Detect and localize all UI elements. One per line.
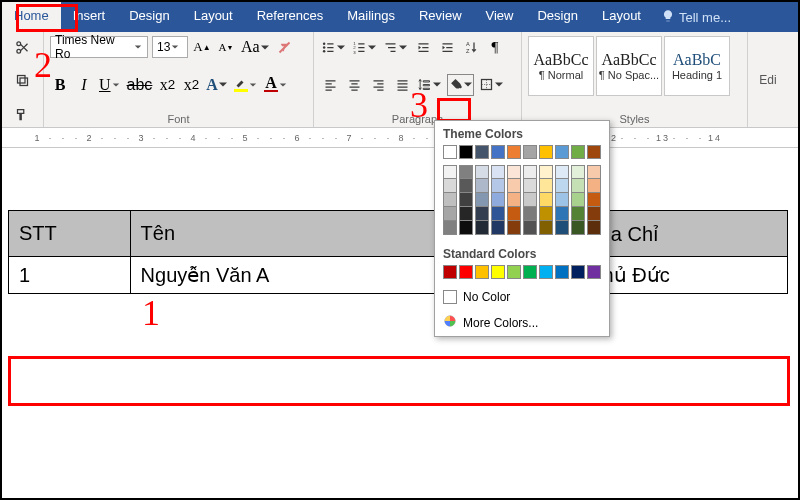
tab-design[interactable]: Design [117,2,181,32]
ruler[interactable]: 1···2···3···4···5···6···7···8···9···10··… [2,128,798,148]
color-swatch[interactable] [459,145,473,159]
align-left-button[interactable] [320,74,340,96]
table-cell[interactable]: 1 [9,257,131,294]
color-swatch[interactable] [555,193,569,207]
borders-button[interactable] [478,74,505,96]
color-swatch[interactable] [443,193,457,207]
tab-view[interactable]: View [474,2,526,32]
table-row[interactable]: 1 Nguyễn Văn A 11B1 Thủ Đức [9,257,788,294]
color-swatch[interactable] [555,221,569,235]
tab-references[interactable]: References [245,2,335,32]
color-swatch[interactable] [459,207,473,221]
font-size-select[interactable]: 13 [152,36,188,58]
cut-button[interactable] [8,36,37,58]
color-swatch[interactable] [491,165,505,179]
color-swatch[interactable] [491,221,505,235]
font-color-button[interactable]: A [263,74,289,96]
color-swatch[interactable] [523,221,537,235]
grow-font-button[interactable]: A▲ [192,36,212,58]
color-swatch[interactable] [555,265,569,279]
color-swatch[interactable] [587,165,601,179]
color-swatch[interactable] [507,265,521,279]
more-colors-item[interactable]: More Colors... [435,309,609,336]
color-swatch[interactable] [475,265,489,279]
style-normal[interactable]: AaBbCc¶ Normal [528,36,594,96]
superscript-button[interactable]: x2 [181,74,201,96]
color-swatch[interactable] [555,145,569,159]
no-color-item[interactable]: No Color [435,285,609,309]
color-swatch[interactable] [539,179,553,193]
tab-review[interactable]: Review [407,2,474,32]
color-swatch[interactable] [523,165,537,179]
color-swatch[interactable] [507,145,521,159]
color-swatch[interactable] [571,179,585,193]
color-swatch[interactable] [459,265,473,279]
document-table[interactable]: STT Tên Lớp Địa Chỉ 1 Nguyễn Văn A 11B1 … [8,210,788,294]
style-heading-1[interactable]: AaBbCHeading 1 [664,36,730,96]
increase-indent-button[interactable] [437,36,457,58]
tab-mailings[interactable]: Mailings [335,2,407,32]
justify-button[interactable] [392,74,412,96]
bullets-button[interactable] [320,36,347,58]
multilevel-list-button[interactable] [382,36,409,58]
style-no-spacing[interactable]: AaBbCc¶ No Spac... [596,36,662,96]
color-swatch[interactable] [475,179,489,193]
color-swatch[interactable] [571,145,585,159]
color-swatch[interactable] [523,193,537,207]
table-header[interactable]: Tên [130,211,440,257]
tab-home[interactable]: Home [2,2,61,32]
color-swatch[interactable] [523,179,537,193]
table-header[interactable]: STT [9,211,131,257]
change-case-button[interactable]: Aa [240,36,271,58]
strikethrough-button[interactable]: abc [126,74,154,96]
color-swatch[interactable] [443,207,457,221]
show-marks-button[interactable]: ¶ [485,36,505,58]
color-swatch[interactable] [491,265,505,279]
tab-design-2[interactable]: Design [525,2,589,32]
color-swatch[interactable] [491,179,505,193]
subscript-button[interactable]: x2 [157,74,177,96]
color-swatch[interactable] [443,165,457,179]
font-name-select[interactable]: Times New Ro [50,36,148,58]
color-swatch[interactable] [443,179,457,193]
color-swatch[interactable] [491,207,505,221]
color-swatch[interactable] [443,145,457,159]
color-swatch[interactable] [475,165,489,179]
color-swatch[interactable] [571,193,585,207]
color-swatch[interactable] [507,165,521,179]
color-swatch[interactable] [587,179,601,193]
italic-button[interactable]: I [74,74,94,96]
table-header-row[interactable]: STT Tên Lớp Địa Chỉ [9,211,788,257]
decrease-indent-button[interactable] [413,36,433,58]
highlight-button[interactable] [233,74,259,96]
tab-insert[interactable]: Insert [61,2,118,32]
shrink-font-button[interactable]: A▼ [216,36,236,58]
color-swatch[interactable] [523,265,537,279]
color-swatch[interactable] [443,265,457,279]
tab-layout[interactable]: Layout [182,2,245,32]
color-swatch[interactable] [555,207,569,221]
align-center-button[interactable] [344,74,364,96]
color-swatch[interactable] [523,145,537,159]
color-swatch[interactable] [459,221,473,235]
color-swatch[interactable] [459,193,473,207]
text-effects-button[interactable]: A [205,74,229,96]
sort-button[interactable]: AZ [461,36,481,58]
table-cell[interactable]: Thủ Đức [580,257,788,294]
color-swatch[interactable] [587,265,601,279]
color-swatch[interactable] [587,145,601,159]
color-swatch[interactable] [539,165,553,179]
color-swatch[interactable] [571,207,585,221]
color-swatch[interactable] [475,145,489,159]
color-swatch[interactable] [587,207,601,221]
tab-layout-2[interactable]: Layout [590,2,653,32]
color-swatch[interactable] [555,179,569,193]
color-swatch[interactable] [571,165,585,179]
bold-button[interactable]: B [50,74,70,96]
tell-me[interactable]: Tell me... [653,2,739,32]
line-spacing-button[interactable] [416,74,443,96]
color-swatch[interactable] [507,179,521,193]
color-swatch[interactable] [491,193,505,207]
color-swatch[interactable] [475,193,489,207]
color-swatch[interactable] [539,207,553,221]
